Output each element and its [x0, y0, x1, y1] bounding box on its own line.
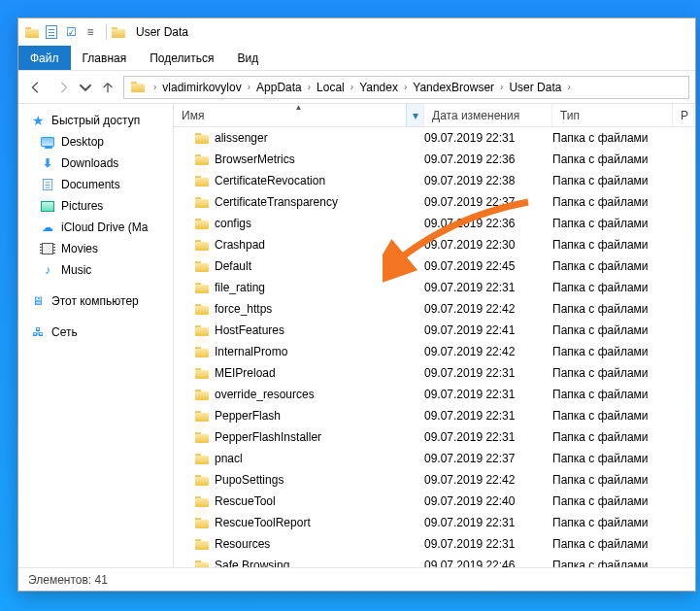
window-title: User Data	[136, 25, 188, 39]
file-date: 09.07.2019 22:37	[424, 195, 552, 209]
menu-home[interactable]: Главная	[71, 46, 139, 70]
table-row[interactable]: file_rating09.07.2019 22:31Папка с файла…	[174, 277, 695, 298]
table-row[interactable]: Resources09.07.2019 22:31Папка с файлами	[174, 533, 695, 555]
chevron-right-icon[interactable]: ›	[153, 82, 156, 92]
forward-button[interactable]	[51, 76, 75, 99]
doc-icon[interactable]	[44, 24, 59, 40]
table-row[interactable]: Safe Browsing09.07.2019 22:46Папка с фай…	[174, 555, 695, 567]
col-date[interactable]: Дата изменения	[424, 104, 552, 126]
sidebar-item-music[interactable]: ♪Music	[18, 259, 173, 281]
file-date: 09.07.2019 22:31	[424, 516, 552, 529]
chevron-right-icon[interactable]: ›	[404, 82, 407, 92]
movies-icon	[40, 241, 55, 256]
table-row[interactable]: RescueToolReport09.07.2019 22:31Папка с …	[174, 512, 695, 533]
sidebar-quick-access[interactable]: ★ Быстрый доступ	[18, 110, 173, 131]
folder-icon	[195, 496, 209, 507]
breadcrumb-segment[interactable]: User Data	[507, 81, 563, 94]
desktop-icon	[40, 134, 55, 150]
file-name: RescueToolReport	[215, 516, 311, 529]
table-row[interactable]: RescueTool09.07.2019 22:40Папка с файлам…	[174, 491, 695, 512]
chevron-right-icon[interactable]: ›	[500, 82, 503, 92]
file-date: 09.07.2019 22:38	[424, 174, 552, 187]
body: ★ Быстрый доступ Desktop ⬇Downloads Docu…	[18, 104, 695, 567]
col-name-dropdown[interactable]: ▾	[406, 104, 423, 126]
chevron-right-icon[interactable]: ›	[350, 82, 353, 92]
sidebar-item-pictures[interactable]: Pictures	[18, 195, 173, 217]
menubar: Файл Главная Поделиться Вид	[18, 46, 695, 71]
breadcrumb-segment[interactable]: Local	[315, 81, 347, 94]
address-bar[interactable]: › vladimirkovylov›AppData›Local›Yandex›Y…	[123, 76, 689, 99]
chevron-right-icon[interactable]: ›	[567, 82, 570, 92]
sidebar-this-pc[interactable]: 🖥Этот компьютер	[18, 290, 173, 312]
file-date: 09.07.2019 22:42	[424, 302, 552, 316]
table-row[interactable]: PupoSettings09.07.2019 22:42Папка с файл…	[174, 469, 695, 491]
col-size[interactable]: Р	[673, 104, 694, 126]
chevron-right-icon[interactable]: ›	[248, 82, 250, 92]
table-row[interactable]: HostFeatures09.07.2019 22:41Папка с файл…	[174, 320, 695, 341]
chevron-right-icon[interactable]: ›	[308, 82, 311, 92]
sidebar-item-desktop[interactable]: Desktop	[18, 131, 173, 153]
table-row[interactable]: CertificateTransparency09.07.2019 22:37П…	[174, 191, 695, 213]
titlebar: ☑ ≡ User Data	[18, 18, 695, 46]
file-name: Default	[215, 259, 251, 273]
sidebar-item-documents[interactable]: Documents	[18, 174, 173, 195]
back-button[interactable]	[24, 76, 48, 99]
status-label: Элементов:	[28, 573, 91, 587]
breadcrumb-segment[interactable]: vladimirkovylov	[160, 81, 243, 94]
table-row[interactable]: BrowserMetrics09.07.2019 22:36Папка с фа…	[174, 149, 695, 170]
file-date: 09.07.2019 22:41	[424, 323, 552, 337]
file-date: 09.07.2019 22:45	[424, 259, 552, 273]
table-row[interactable]: CertificateRevocation09.07.2019 22:38Пап…	[174, 170, 695, 191]
file-type: Папка с файлами	[552, 430, 673, 444]
column-headers: Имя ▲ ▾ Дата изменения Тип Р	[174, 104, 695, 127]
breadcrumb-segment[interactable]: YandexBrowser	[411, 81, 496, 94]
table-row[interactable]: Crashpad09.07.2019 22:30Папка с файлами	[174, 234, 695, 255]
col-type[interactable]: Тип	[552, 104, 673, 126]
recent-dropdown[interactable]	[79, 76, 92, 99]
file-type: Папка с файлами	[552, 131, 673, 145]
col-name[interactable]: Имя ▲ ▾	[174, 104, 424, 126]
file-type: Папка с файлами	[552, 302, 673, 316]
sidebar-network[interactable]: 🖧Сеть	[18, 322, 173, 343]
statusbar: Элементов: 41	[18, 567, 695, 591]
file-name: force_https	[215, 302, 272, 316]
table-row[interactable]: pnacl09.07.2019 22:37Папка с файлами	[174, 448, 695, 469]
qa-checkbox-icon[interactable]: ☑	[63, 24, 79, 40]
file-date: 09.07.2019 22:31	[424, 430, 552, 444]
breadcrumb-segment[interactable]: AppData	[254, 81, 304, 94]
table-row[interactable]: Default09.07.2019 22:45Папка с файлами	[174, 255, 695, 277]
file-type: Папка с файлами	[552, 174, 673, 187]
table-row[interactable]: PepperFlashInstaller09.07.2019 22:31Папк…	[174, 426, 695, 448]
file-name: Resources	[215, 537, 270, 551]
folder-icon	[195, 432, 209, 443]
menu-share[interactable]: Поделиться	[138, 46, 225, 70]
sidebar-item-downloads[interactable]: ⬇Downloads	[18, 153, 173, 174]
file-date: 09.07.2019 22:30	[424, 238, 552, 252]
menu-file[interactable]: Файл	[18, 46, 71, 70]
up-button[interactable]	[96, 76, 119, 99]
folder-icon	[195, 197, 209, 208]
table-row[interactable]: PepperFlash09.07.2019 22:31Папка с файла…	[174, 405, 695, 426]
folder-icon	[24, 24, 40, 40]
table-row[interactable]: InternalPromo09.07.2019 22:42Папка с фай…	[174, 341, 695, 362]
table-row[interactable]: MEIPreload09.07.2019 22:31Папка с файлам…	[174, 362, 695, 384]
table-row[interactable]: override_resources09.07.2019 22:31Папка …	[174, 384, 695, 405]
table-row[interactable]: force_https09.07.2019 22:42Папка с файла…	[174, 298, 695, 320]
folder-icon	[195, 176, 209, 187]
menu-view[interactable]: Вид	[225, 46, 270, 70]
sort-asc-icon: ▲	[295, 103, 303, 112]
breadcrumb-segment[interactable]: Yandex	[357, 81, 400, 94]
folder-icon	[195, 240, 209, 251]
explorer-window: ☑ ≡ User Data Файл Главная Поделиться Ви…	[17, 17, 696, 592]
address-folder-icon	[130, 80, 146, 95]
qa-dropdown-icon[interactable]: ≡	[83, 24, 98, 40]
sidebar-item-movies[interactable]: Movies	[18, 238, 173, 259]
folder-icon	[195, 475, 209, 486]
pictures-icon	[40, 198, 55, 214]
table-row[interactable]: configs09.07.2019 22:36Папка с файлами	[174, 213, 695, 234]
file-date: 09.07.2019 22:31	[424, 131, 552, 145]
file-date: 09.07.2019 22:46	[424, 559, 552, 567]
sidebar-item-icloud[interactable]: ☁iCloud Drive (Ma	[18, 217, 173, 238]
file-name: InternalPromo	[215, 345, 287, 358]
table-row[interactable]: alissenger09.07.2019 22:31Папка с файлам…	[174, 127, 695, 149]
